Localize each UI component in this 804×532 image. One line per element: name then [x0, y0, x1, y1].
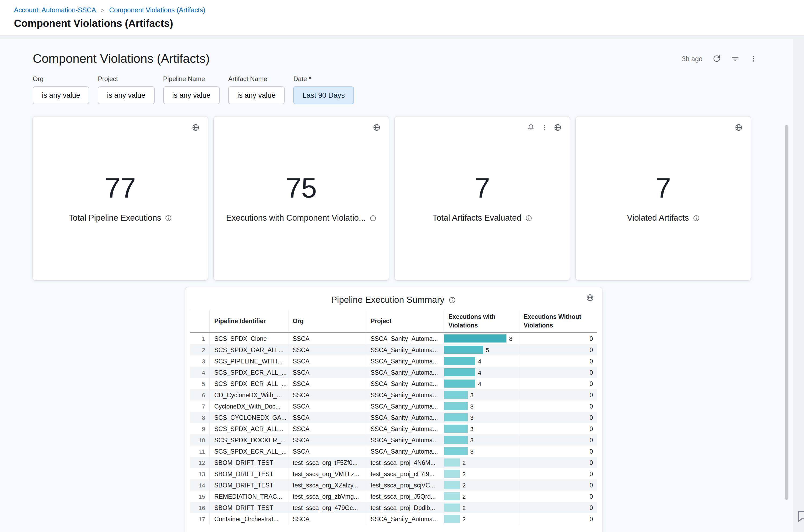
kebab-menu-icon[interactable]: [750, 55, 757, 63]
tile-executions-with-component-violations: 75 Executions with Component Violatio...: [214, 116, 389, 280]
cell-executions-with-violations: 2: [444, 491, 519, 502]
tile-total-pipeline-executions: 77 Total Pipeline Executions: [33, 116, 208, 280]
row-index: 6: [190, 389, 210, 400]
info-icon[interactable]: [525, 214, 532, 222]
violations-bar-value: 4: [478, 380, 481, 387]
breadcrumb-page-link[interactable]: Component Violations (Artifacts): [109, 6, 205, 14]
row-index: 4: [190, 367, 210, 378]
row-index: 16: [190, 502, 210, 513]
cell-executions-without-violations: 0: [519, 445, 597, 457]
violations-bar-value: 4: [478, 358, 481, 364]
cell-pipeline-identifier: SCS_SPDX_DOCKER_...: [210, 434, 288, 445]
refresh-icon[interactable]: [713, 55, 721, 63]
table-row: 9 SCS_SPDX_ACR_ALL... SSCA SSCA_Sanity_A…: [190, 423, 597, 434]
globe-icon[interactable]: [735, 124, 743, 132]
table-row: 2 SCS_SPDX_GAR_ALL... SSCA SSCA_Sanity_A…: [190, 344, 597, 355]
filter-pipeline-name-value-button[interactable]: is any value: [163, 87, 220, 104]
filter-date-value-button[interactable]: Last 90 Days: [293, 87, 354, 104]
globe-icon[interactable]: [192, 124, 200, 132]
table-section: Pipeline Execution Summary Pipeline Iden…: [0, 280, 793, 532]
violations-bar: [444, 458, 460, 467]
cell-executions-without-violations: 0: [519, 491, 597, 502]
table-row: 7 CycloneDX_With_Doc... SSCA SSCA_Sanity…: [190, 400, 597, 412]
table-title-row: Pipeline Execution Summary: [190, 292, 597, 310]
kebab-menu-icon[interactable]: [541, 124, 548, 131]
row-index: 7: [190, 400, 210, 412]
info-icon[interactable]: [693, 214, 699, 222]
cell-executions-without-violations: 0: [519, 400, 597, 412]
globe-icon[interactable]: [554, 124, 562, 132]
table-row: 10 SCS_SPDX_DOCKER_... SSCA SSCA_Sanity_…: [190, 434, 597, 445]
table-row: 5 SCS_SPDX_ECR_ALL_... SSCA SSCA_Sanity_…: [190, 378, 597, 389]
violations-bar: [444, 470, 460, 478]
column-header-executions-without-violations[interactable]: Executions Without Violations: [519, 310, 597, 332]
info-icon[interactable]: [370, 214, 376, 222]
alert-bell-icon[interactable]: [527, 124, 535, 132]
table-row: 15 REMEDIATION_TRAC... test_ssca_org_zbV…: [190, 491, 597, 502]
stat-label-text: Violated Artifacts: [627, 213, 689, 223]
row-index: 15: [190, 491, 210, 502]
violations-bar: [444, 436, 468, 444]
breadcrumb-account-link[interactable]: Account: Automation-SSCA: [14, 6, 96, 14]
stat-value: 7: [474, 174, 490, 202]
vertical-scrollbar[interactable]: [785, 125, 788, 500]
table-header: Pipeline Identifier Org Project Executio…: [190, 310, 597, 333]
filter-project-value-button[interactable]: is any value: [98, 87, 155, 104]
table-row: 8 SCS_CYCLONEDX_GA... SSCA SSCA_Sanity_A…: [190, 412, 597, 423]
cell-org: test_ssca_org_VMTLz...: [288, 468, 366, 479]
cell-pipeline-identifier: REMEDIATION_TRAC...: [210, 491, 288, 502]
cell-org: SSCA: [288, 412, 366, 423]
row-index: 5: [190, 378, 210, 389]
violations-bar: [444, 380, 475, 387]
cell-pipeline-identifier: SCS_SPDX_ACR_ALL...: [210, 423, 288, 434]
filter-icon[interactable]: [731, 55, 740, 63]
cell-executions-without-violations: 0: [519, 468, 597, 479]
globe-icon[interactable]: [586, 293, 594, 302]
violations-bar: [444, 492, 460, 500]
globe-icon[interactable]: [373, 124, 381, 132]
cell-org: test_ssca_org_479Gc...: [288, 502, 366, 513]
cell-executions-with-violations: 2: [444, 502, 519, 513]
column-header-org[interactable]: Org: [288, 310, 366, 332]
cell-executions-with-violations: 2: [444, 457, 519, 468]
row-index: 1: [190, 333, 210, 344]
violations-bar-value: 3: [470, 425, 473, 432]
cell-org: test_ssca_org_tF5Zf0...: [288, 457, 366, 468]
cell-project: SSCA_Sanity_Automa...: [366, 412, 444, 423]
top-bar: Account: Automation-SSCA > Component Vio…: [0, 0, 804, 36]
stat-label-text: Total Pipeline Executions: [69, 213, 162, 223]
row-index: 13: [190, 468, 210, 479]
cell-pipeline-identifier: SCS_SPDX_Clone: [210, 333, 288, 344]
filter-org-value-button[interactable]: is any value: [33, 87, 89, 104]
violations-bar: [444, 447, 468, 455]
page-title: Component Violations (Artifacts): [14, 18, 804, 30]
filter-artifact-name-value-button[interactable]: is any value: [228, 87, 285, 104]
info-icon[interactable]: [449, 296, 456, 304]
cell-executions-with-violations: 4: [444, 378, 519, 389]
cell-executions-without-violations: 0: [519, 412, 597, 423]
column-header-pipeline-identifier[interactable]: Pipeline Identifier: [210, 310, 288, 332]
cell-org: SSCA: [288, 389, 366, 400]
table-row: 12 SBOM_DRIFT_TEST test_ssca_org_tF5Zf0.…: [190, 457, 597, 468]
cell-executions-with-violations: 3: [444, 423, 519, 434]
pipeline-execution-summary-card: Pipeline Execution Summary Pipeline Iden…: [185, 287, 602, 532]
cell-executions-with-violations: 3: [444, 389, 519, 400]
tile-total-artifacts-evaluated: 7 Total Artifacts Evaluated: [395, 116, 570, 280]
cell-executions-without-violations: 0: [519, 389, 597, 400]
violations-bar-value: 2: [463, 493, 466, 499]
feedback-chat-icon[interactable]: [796, 509, 804, 523]
cell-pipeline-identifier: SCS_PIPELINE_WITH...: [210, 355, 288, 367]
column-header-executions-with-violations[interactable]: Executions with Violations: [444, 310, 519, 332]
cell-pipeline-identifier: SBOM_DRIFT_TEST: [210, 457, 288, 468]
dashboard-title: Component Violations (Artifacts): [33, 52, 210, 66]
violations-bar: [444, 425, 468, 433]
table-row: 17 Container_Orchestrat... SSCA SSCA_San…: [190, 513, 597, 525]
cell-pipeline-identifier: SCS_CYCLONEDX_GA...: [210, 412, 288, 423]
cell-project: SSCA_Sanity_Automa...: [366, 423, 444, 434]
info-icon[interactable]: [165, 214, 172, 222]
cell-executions-without-violations: 0: [519, 367, 597, 378]
cell-project: SSCA_Sanity_Automa...: [366, 333, 444, 344]
app-window: Account: Automation-SSCA > Component Vio…: [0, 0, 804, 532]
column-header-project[interactable]: Project: [366, 310, 444, 332]
cell-org: SSCA: [288, 333, 366, 344]
